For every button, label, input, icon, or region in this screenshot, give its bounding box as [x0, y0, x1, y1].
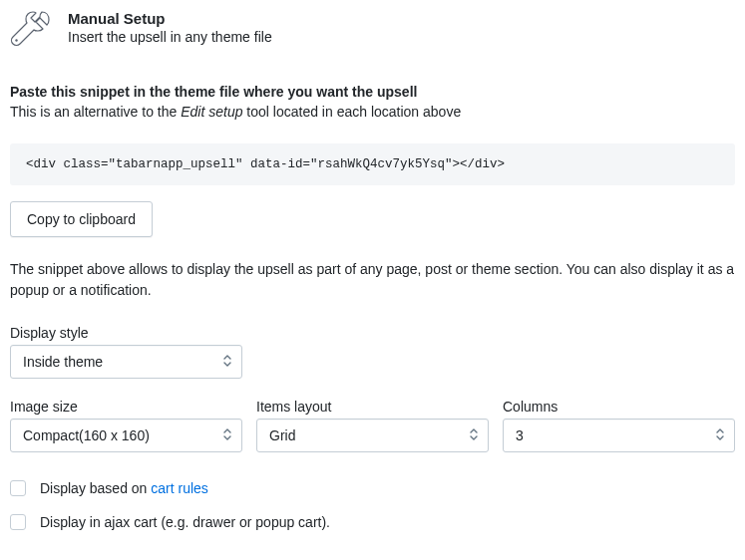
items-layout-label: Items layout — [256, 399, 489, 415]
svg-point-0 — [15, 39, 17, 41]
cart-rules-checkbox[interactable] — [10, 480, 26, 496]
header-subtitle: Insert the upsell in any theme file — [68, 29, 272, 45]
ajax-cart-label: Display in ajax cart (e.g. drawer or pop… — [40, 514, 330, 530]
snippet-description: The snippet above allows to display the … — [10, 259, 735, 301]
cart-rules-label: Display based on cart rules — [40, 480, 208, 496]
code-snippet[interactable]: <div class="tabarnapp_upsell" data-id="r… — [10, 143, 735, 185]
display-style-select[interactable]: Inside theme — [10, 345, 242, 379]
columns-select[interactable]: 3 — [503, 419, 735, 452]
header-title: Manual Setup — [68, 10, 272, 27]
items-layout-select[interactable]: Grid — [256, 419, 489, 452]
instruction-title: Paste this snippet in the theme file whe… — [10, 84, 735, 100]
instruction-subtitle: This is an alternative to the Edit setup… — [10, 104, 735, 120]
header: Manual Setup Insert the upsell in any th… — [10, 10, 735, 54]
display-style-label: Display style — [10, 325, 735, 341]
ajax-cart-checkbox[interactable] — [10, 514, 26, 530]
image-size-select[interactable]: Compact(160 x 160) — [10, 419, 242, 452]
header-text: Manual Setup Insert the upsell in any th… — [68, 10, 272, 45]
copy-to-clipboard-button[interactable]: Copy to clipboard — [10, 201, 153, 237]
wrench-icon — [10, 10, 54, 54]
cart-rules-link[interactable]: cart rules — [151, 480, 208, 496]
image-size-label: Image size — [10, 399, 242, 415]
columns-label: Columns — [503, 399, 735, 415]
